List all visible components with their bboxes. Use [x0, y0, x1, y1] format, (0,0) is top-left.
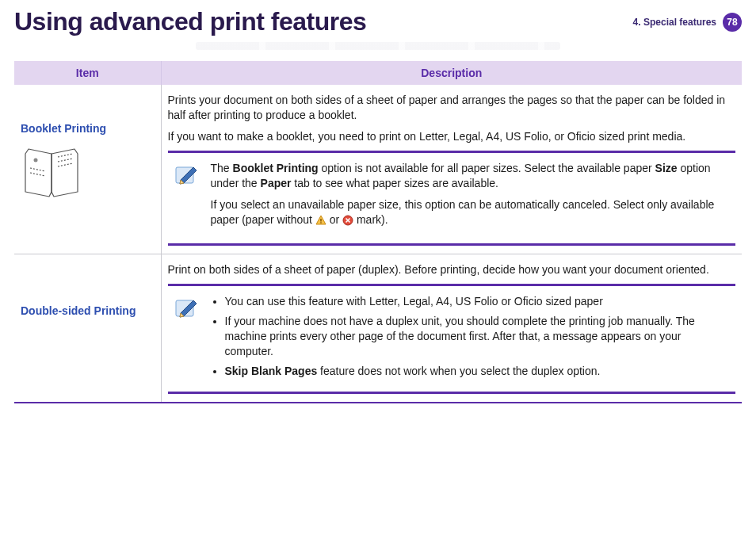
booklet-illustration-icon [21, 144, 155, 205]
warning-triangle-icon [315, 215, 326, 230]
page-title: Using advanced print features [14, 8, 366, 36]
features-table: Item Description Booklet Printing [14, 61, 742, 403]
note-line: The Booklet Printing option is not avail… [211, 161, 731, 191]
desc-cell-duplex: Print on both sides of a sheet of paper … [161, 254, 742, 403]
col-header-description: Description [161, 61, 742, 85]
table-row: Booklet Printing [14, 85, 742, 254]
item-label: Double-sided Printing [21, 304, 155, 319]
desc-cell-booklet: Prints your document on both sides of a … [161, 85, 742, 254]
svg-rect-8 [320, 219, 321, 222]
item-label: Booklet Printing [21, 121, 155, 136]
faded-tabs-decoration [196, 42, 560, 50]
note-content: The Booklet Printing option is not avail… [211, 161, 731, 236]
note-list: You can use this feature with Letter, Le… [211, 294, 731, 378]
top-bar: Using advanced print features 4. Special… [14, 8, 742, 36]
item-cell-booklet: Booklet Printing [14, 85, 161, 254]
note-pencil-icon [173, 294, 200, 321]
list-item: Skip Blank Pages feature does not work w… [225, 364, 731, 379]
breadcrumb: 4. Special features 78 [633, 13, 742, 32]
note-box: The Booklet Printing option is not avail… [168, 151, 736, 246]
item-cell-duplex: Double-sided Printing [14, 254, 161, 403]
note-content: You can use this feature with Letter, Le… [211, 294, 731, 383]
svg-point-4 [34, 159, 38, 162]
col-header-item: Item [14, 61, 161, 85]
note-pencil-icon [173, 161, 200, 188]
note-line: If you select an unavailable paper size,… [211, 197, 731, 230]
svg-rect-9 [320, 222, 321, 223]
error-circle-icon [342, 215, 353, 230]
table-row: Double-sided Printing Print on both side… [14, 254, 742, 403]
note-box: You can use this feature with Letter, Le… [168, 284, 736, 393]
paragraph: Print on both sides of a sheet of paper … [168, 262, 736, 277]
paragraph: If you want to make a booklet, you need … [168, 129, 736, 144]
list-item: You can use this feature with Letter, Le… [225, 294, 731, 309]
page-number-badge: 78 [723, 13, 742, 32]
page-root: Using advanced print features 4. Special… [0, 0, 756, 535]
section-label: 4. Special features [633, 17, 716, 28]
table-header-row: Item Description [14, 61, 742, 85]
list-item: If your machine does not have a duplex u… [225, 314, 731, 359]
paragraph: Prints your document on both sides of a … [168, 93, 736, 123]
